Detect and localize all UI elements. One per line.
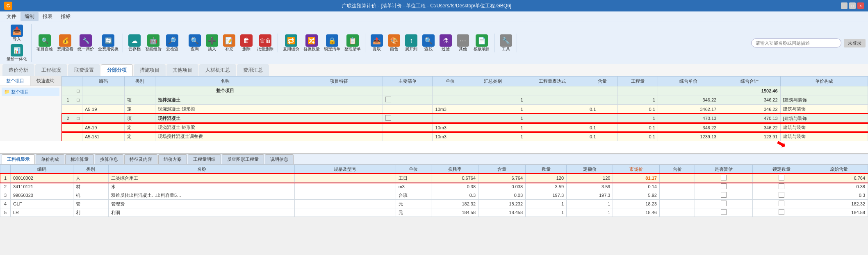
unified-price-btn[interactable]: 🔧 统一调价 [76, 34, 96, 52]
cell-category: 定 [125, 105, 155, 114]
bcell-content: 6.764 [478, 174, 526, 183]
arrow-container: ➡ [0, 141, 868, 153]
delete-btn[interactable]: 🗑 删除 [238, 34, 255, 52]
fee-switch-btn[interactable]: 🔄 全费用切换 [96, 34, 120, 52]
replace-qty-btn[interactable]: 🔀 替换数量 [302, 34, 321, 52]
self-check-btn[interactable]: 🔍 项目自检 [35, 34, 55, 52]
tab-project-overview[interactable]: 工程概况 [35, 64, 67, 76]
tab-sections[interactable]: 分部分项 [101, 64, 133, 76]
minimize-btn[interactable]: _ [841, 2, 847, 9]
menu-item-indicator[interactable]: 指标 [57, 12, 75, 21]
cell-code [82, 86, 125, 95]
toolbar-group-edit: 🔍 查询 ➕ 插入 📝 补充 🗑 删除 🗑🗑 批量删除 [184, 34, 278, 52]
maximize-btn[interactable]: □ [849, 2, 856, 9]
bottom-table-row[interactable]: 2 34110121 材 水 m3 0.38 0.038 3.59 3.59 0… [0, 183, 868, 191]
cell-name: 预拌混凝土 [155, 95, 295, 105]
batch-delete-btn[interactable]: 🗑🗑 批量删除 [255, 34, 275, 52]
cell-mainlist [383, 86, 433, 95]
tab-measures[interactable]: 措施项目 [134, 64, 166, 76]
title-controls: _ □ × [841, 2, 864, 9]
login-btn[interactable]: 未登录 [844, 39, 866, 47]
cell-qty: 1 [617, 95, 658, 105]
cell-unit: 10m3 [433, 132, 468, 141]
filter-btn[interactable]: ⚗ 过滤 [437, 34, 454, 52]
bottom-tab-materials[interactable]: 工料机显示 [2, 154, 35, 164]
template-btn[interactable]: 📄 模板项目 [472, 34, 492, 52]
bottom-table-row[interactable]: 3 99050320 机 双锥反转出料混凝土…出料容量5… 台班 0.3 0.0… [0, 191, 868, 200]
smart-price-btn[interactable]: 🤖 智能组价 [144, 34, 163, 52]
cell-expand: □ [74, 114, 82, 123]
extract-btn[interactable]: 📤 提取 [369, 34, 385, 52]
insert-btn[interactable]: ➕ 插入 [204, 34, 220, 52]
menu-item-edit[interactable]: 编制 [21, 12, 39, 21]
bcell-tentative [695, 208, 753, 217]
bottom-table-row[interactable]: 1 00010002 人 二类综合用工 工日 0.6764 6.764 120 … [0, 174, 868, 183]
sidebar-tabs: 整个项目 快速查询 [0, 76, 61, 86]
query-btn[interactable]: 🔍 查询 [187, 34, 203, 52]
table-row[interactable]: A5-19 定 现浇混凝土 矩形梁 10m3 1 0.1 0.1 346.22 … [62, 123, 868, 132]
cloud-archive-btn[interactable]: ☁ 云存档 [126, 34, 143, 52]
table-row[interactable]: A5-19 定 现浇混凝土 矩形梁 10m3 1 0.1 0.1 3462.17… [62, 105, 868, 114]
bcell-locked [752, 208, 810, 217]
bottom-tab-features[interactable]: 特征及内容 [124, 154, 157, 164]
bcell-category: 利 [73, 208, 108, 217]
cell-code: A5-19 [82, 105, 125, 114]
tab-fee-summary[interactable]: 费用汇总 [237, 64, 269, 76]
bcell-locked [752, 183, 810, 191]
expand-btn[interactable]: ↕ 展开到 [403, 34, 419, 52]
tab-fee-settings[interactable]: 取费设置 [68, 64, 100, 76]
tab-cost-analysis[interactable]: 造价分析 [2, 64, 34, 76]
cell-sumtype [468, 86, 518, 95]
bcell-spec [295, 191, 396, 200]
bottom-table-row[interactable]: 4 GLF 管 管理费 元 182.32 18.232 1 1 18.23 18… [0, 200, 868, 208]
cell-code [82, 114, 125, 123]
sort-list-btn[interactable]: 📋 整理清单 [343, 34, 362, 52]
cell-code: A5-19 [82, 123, 125, 132]
cell-qty: 0.1 [617, 132, 658, 141]
close-btn[interactable]: × [857, 2, 864, 9]
bcell-category: 材 [73, 183, 108, 191]
th-expression: 工程量表达式 [518, 77, 587, 86]
find-btn[interactable]: 🔍 查找 [420, 34, 437, 52]
main-tabs: 造价分析 工程概况 取费设置 分部分项 措施项目 其他项目 人材机汇总 费用汇总 [0, 64, 868, 76]
sidebar-tab-project[interactable]: 整个项目 [0, 76, 31, 86]
fee-view-btn[interactable]: 💰 费用查看 [55, 34, 75, 52]
lock-list-btn[interactable]: 🔒 锁定清单 [322, 34, 342, 52]
tab-materials[interactable]: 人材机汇总 [199, 64, 236, 76]
cell-pricecomp: [建筑与装饰 [780, 95, 868, 105]
bottom-tab-qty-detail[interactable]: 工程量明细 [188, 154, 221, 164]
cloud-check-btn[interactable]: 🔎 云检查 [164, 34, 180, 52]
other-btn[interactable]: ⋯ 其他 [455, 34, 471, 52]
bcell-code: 34110121 [11, 183, 73, 191]
bcell-unit: 元 [396, 200, 431, 208]
bottom-tab-price-comp[interactable]: 单价构成 [36, 154, 64, 164]
bcell-lossrate: 0.3 [431, 191, 478, 200]
table-row[interactable]: □ 整个项目 1502.46 [62, 86, 868, 95]
bottom-tab-conversion[interactable]: 换算信息 [95, 154, 123, 164]
import-btn[interactable]: 📥 导入 [9, 24, 25, 43]
toolbar-group-tools: 📤 提取 🎨 颜色 ↕ 展开到 🔍 查找 ⚗ 过滤 ⋯ 其他 [366, 34, 494, 52]
menu-item-file[interactable]: 文件 [2, 12, 21, 21]
tools-btn[interactable]: 🔧 工具 [498, 34, 514, 52]
bottom-table-row[interactable]: 5 LR 利 利润 元 184.58 18.458 1 1 18.46 184.… [0, 208, 868, 217]
bottom-tab-pricing[interactable]: 组价方案 [158, 154, 187, 164]
sidebar-item-all[interactable]: 📁 整个项目 [2, 88, 59, 96]
bottom-tab-reverse-check[interactable]: 反查图形工程量 [222, 154, 264, 164]
bth-content: 含量 [478, 165, 526, 174]
table-row[interactable]: 1 □ 项 预拌混凝土 1 1 346.22 346.22 [建筑与装饰 [62, 95, 868, 105]
bottom-tab-std-calc[interactable]: 标准算量 [65, 154, 94, 164]
bcell-origcontent: 0.3 [810, 191, 868, 200]
color-btn[interactable]: 🎨 颜色 [386, 34, 402, 52]
price-integration-btn[interactable]: 📊 量价一体化 [5, 43, 29, 62]
search-input[interactable] [751, 38, 841, 47]
bcell-rownum: 2 [0, 183, 11, 191]
menu-item-report[interactable]: 报表 [39, 12, 57, 21]
tab-other[interactable]: 其他项目 [166, 64, 198, 76]
table-row[interactable]: A5-151 定 现场搅拌混凝土调整费 10m3 1 0.1 0.1 1239.… [62, 132, 868, 141]
sidebar-tab-search[interactable]: 快速查询 [31, 76, 62, 86]
bcell-spec [295, 174, 396, 183]
reuse-price-btn[interactable]: 🔁 复用组价 [281, 34, 301, 52]
table-row[interactable]: 2 □ 项 现拌混凝土 1 1 470.13 470.13 [建筑与装饰 [62, 114, 868, 123]
supplement-btn[interactable]: 📝 补充 [221, 34, 237, 52]
bottom-tab-desc[interactable]: 说明信息 [265, 154, 294, 164]
